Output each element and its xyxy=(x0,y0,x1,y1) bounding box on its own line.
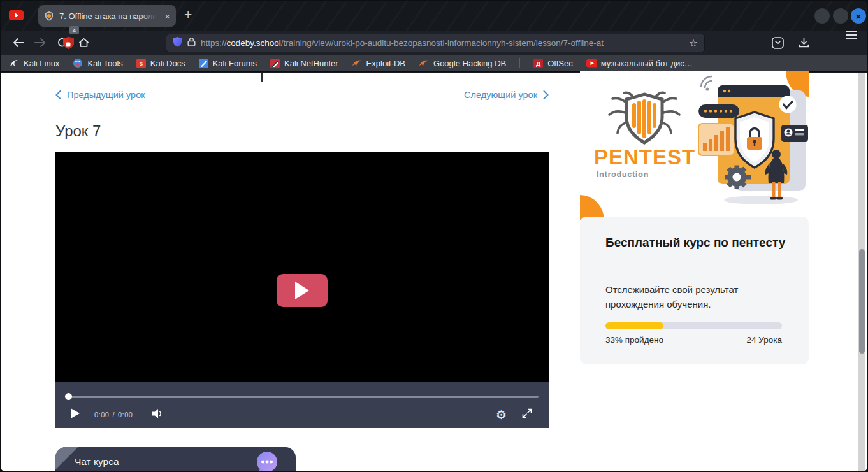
kali-forums-icon xyxy=(199,59,208,68)
video-seek-bar[interactable] xyxy=(66,396,539,398)
bookmark-offsec[interactable]: Д OffSec xyxy=(533,59,573,68)
play-icon xyxy=(294,282,310,299)
pentest-brand-text: PENTEST xyxy=(594,145,695,169)
settings-gear-icon[interactable]: ⚙ xyxy=(496,409,507,421)
new-tab-button[interactable]: + xyxy=(184,7,192,22)
course-progress-bar xyxy=(605,322,782,329)
lessons-count-label: 24 Урока xyxy=(747,335,782,345)
pentest-subtitle-text: Introduction xyxy=(597,169,649,179)
bookmark-kali-linux[interactable]: Kali Linux xyxy=(9,58,59,68)
kali-dragon-icon xyxy=(9,58,19,68)
bookmark-kali-docs[interactable]: s Kali Docs xyxy=(136,59,185,68)
chat-bubble-icon[interactable] xyxy=(255,451,279,472)
bookmark-google-hacking-db[interactable]: Google Hacking DB xyxy=(419,58,506,68)
tab-title: 7. Offline атака на пароли xyxy=(59,11,156,21)
extension-badge: 4 xyxy=(69,26,79,34)
codeby-favicon-icon xyxy=(44,11,54,21)
video-time: 0:00/0:00 xyxy=(94,411,133,418)
window-close-button[interactable]: × xyxy=(851,8,866,24)
scrollbar-thumb[interactable] xyxy=(859,249,865,354)
course-card-title: Бесплатный курс по пентесту xyxy=(605,234,787,250)
browser-window: 7. Offline атака на пароли × + × xyxy=(0,0,868,472)
video-controls-bar: 0:00/0:00 ⚙ xyxy=(55,382,549,428)
course-progress-fill xyxy=(605,322,663,329)
fullscreen-icon[interactable] xyxy=(522,408,532,421)
url-text: https://codeby.school/training/view/urok… xyxy=(201,38,684,48)
nav-toolbar: https://codeby.school/training/view/urok… xyxy=(1,31,867,55)
forward-icon[interactable] xyxy=(29,33,51,52)
pinned-tab-youtube[interactable] xyxy=(9,10,24,20)
next-lesson-link[interactable]: Следующий урок xyxy=(464,90,549,100)
security-illustration xyxy=(698,74,808,209)
bookmark-music-bot[interactable]: музыкальный бот дис… xyxy=(586,58,693,68)
pocket-icon[interactable] xyxy=(772,31,784,55)
kali-tools-icon xyxy=(73,58,83,68)
bookmarks-separator xyxy=(519,58,520,68)
menu-hamburger-icon[interactable] xyxy=(846,31,857,55)
offsec-icon: Д xyxy=(533,59,543,68)
lesson-navigation: Предыдущий урок Следующий урок xyxy=(55,90,549,100)
chevron-left-icon xyxy=(55,90,61,99)
play-button[interactable] xyxy=(71,408,80,421)
chat-title: Чат курса xyxy=(75,456,119,468)
lesson-title: Урок 7 xyxy=(55,122,101,140)
exploit-db-icon xyxy=(352,58,362,68)
back-icon[interactable] xyxy=(8,33,29,52)
page-scrollbar[interactable] xyxy=(858,73,865,471)
youtube-icon xyxy=(586,58,597,68)
bookmark-exploit-db[interactable]: Exploit-DB xyxy=(352,58,405,68)
partial-scrolled-element xyxy=(261,73,263,82)
video-player: 0:00/0:00 ⚙ xyxy=(55,152,549,428)
titlebar: 7. Offline атака на пароли × + × xyxy=(1,1,867,31)
progress-percent-label: 33% пройдено xyxy=(605,335,663,345)
kali-docs-icon: s xyxy=(136,59,146,68)
course-progress-card: Бесплатный курс по пентесту Отслеживайте… xyxy=(580,217,809,364)
tracking-protection-shield-icon[interactable] xyxy=(173,36,182,50)
bookmark-star-icon[interactable]: ☆ xyxy=(689,37,698,49)
download-icon[interactable] xyxy=(799,31,809,55)
volume-icon[interactable] xyxy=(152,408,164,422)
course-card-description: Отслеживайте свой результат прохождения … xyxy=(605,283,787,311)
kali-nethunter-icon xyxy=(270,59,280,68)
page-content: Предыдущий урок Следующий урок Урок 7 xyxy=(1,73,867,471)
seek-handle[interactable] xyxy=(65,393,72,400)
previous-lesson-link[interactable]: Предыдущий урок xyxy=(55,90,145,100)
adblock-extension-icon[interactable]: 4 xyxy=(62,31,75,55)
pentest-spider-shield-logo xyxy=(605,89,683,148)
bookmarks-bar: Kali Linux Kali Tools s Kali Docs Kali F… xyxy=(1,55,867,72)
window-maximize-button[interactable] xyxy=(833,8,848,24)
course-chat-widget[interactable]: Чат курса xyxy=(55,447,296,472)
video-big-play-button[interactable] xyxy=(277,274,328,307)
lock-icon[interactable] xyxy=(187,37,196,49)
bookmark-kali-tools[interactable]: Kali Tools xyxy=(73,58,122,68)
active-tab[interactable]: 7. Offline атака на пароли × xyxy=(38,5,176,27)
home-icon[interactable] xyxy=(73,33,94,52)
tab-close-icon[interactable]: × xyxy=(164,11,170,21)
course-banner[interactable]: PENTEST Introduction xyxy=(580,71,809,220)
bookmark-kali-forums[interactable]: Kali Forums xyxy=(199,59,257,68)
url-bar[interactable]: https://codeby.school/training/view/urok… xyxy=(166,34,705,52)
window-minimize-button[interactable] xyxy=(814,8,830,24)
chevron-right-icon xyxy=(543,90,549,99)
youtube-icon xyxy=(15,13,18,18)
video-screen[interactable] xyxy=(55,152,549,382)
google-hacking-db-icon xyxy=(419,58,429,68)
bookmark-kali-nethunter[interactable]: Kali NetHunter xyxy=(270,59,338,68)
